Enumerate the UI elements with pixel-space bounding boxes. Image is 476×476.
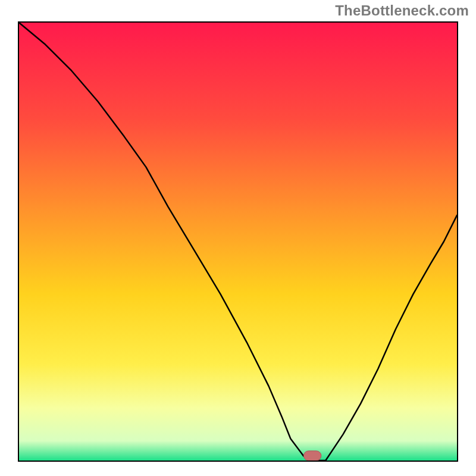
plot-area: [18, 21, 458, 462]
gradient-rect: [19, 23, 457, 461]
chart-stage: TheBottleneck.com: [0, 0, 476, 476]
watermark-text: TheBottleneck.com: [335, 2, 469, 19]
optimal-point-marker: [303, 451, 321, 461]
plot-svg: [19, 23, 457, 461]
